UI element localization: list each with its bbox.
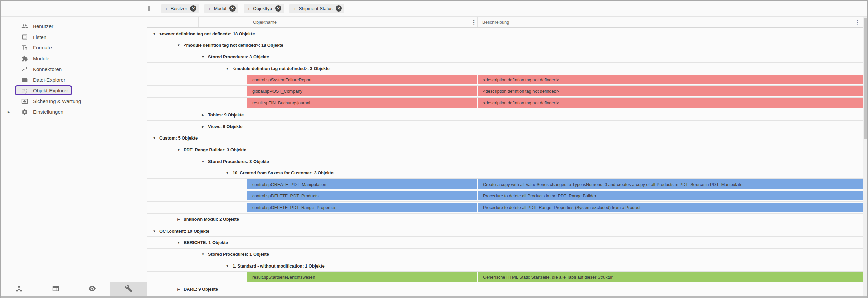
triangle-down-icon[interactable]: ▼ xyxy=(176,43,181,47)
remove-chip-icon[interactable]: ✕ xyxy=(229,5,236,12)
triangle-right-icon[interactable]: ▶ xyxy=(176,217,181,221)
sidebar-item-objekt-explorer[interactable]: Objekt-Explorer xyxy=(1,85,147,96)
tree-group-row[interactable]: ▶Tables: 9 Objekte xyxy=(147,109,867,121)
triangle-right-icon[interactable]: ▶ xyxy=(176,287,181,291)
tree-group-row[interactable]: ▼10. Created from Saxess for Customer: 3… xyxy=(147,167,867,179)
filter-chip-shipment-status[interactable]: ↑Shipment-Status✕ xyxy=(289,4,344,13)
sort-ascending-icon: ↑ xyxy=(248,6,250,11)
triangle-down-icon[interactable]: ▼ xyxy=(152,229,157,233)
triangle-down-icon[interactable]: ▼ xyxy=(176,148,181,151)
sidebar-item-listen[interactable]: Listen xyxy=(1,32,147,43)
gear-icon xyxy=(21,109,28,115)
sidebar-item-label: Datei-Explorer xyxy=(33,77,65,83)
window-bottom-edge xyxy=(1,296,867,298)
beschreibung-cell[interactable]: Procedure to delete all Products in the … xyxy=(478,191,863,200)
footer-tool-eye-icon[interactable] xyxy=(74,282,110,296)
sidebar-item-module[interactable]: Module xyxy=(1,53,147,64)
footer-tool-wrench-icon[interactable] xyxy=(110,282,147,296)
object-row[interactable]: result.spFIN_Buchungsjournal<description… xyxy=(147,98,867,109)
triangle-down-icon[interactable]: ▼ xyxy=(201,55,205,59)
chevron-right-icon[interactable]: ▶ xyxy=(8,110,10,114)
beschreibung-cell[interactable]: <description defintion tag not definded> xyxy=(478,98,863,108)
sidebar-item-formate[interactable]: Formate xyxy=(1,42,147,53)
grid-icon xyxy=(21,87,28,94)
triangle-down-icon[interactable]: ▼ xyxy=(225,66,230,70)
object-row[interactable]: control.spDELETE_PDT_Range_PropertiesPro… xyxy=(147,202,867,213)
tree-group-row[interactable]: ▶unknown Modul: 2 Objekte xyxy=(147,214,867,225)
objektname-cell[interactable]: result.spStartseiteBerichtswesen xyxy=(247,272,477,282)
beschreibung-cell[interactable]: Procedure to delete all PDT_Range_Proper… xyxy=(478,203,863,212)
sidebar-item-label: Listen xyxy=(33,34,46,40)
objektname-cell[interactable]: control.spDELETE_PDT_Products xyxy=(247,191,477,200)
tree-group-row[interactable]: ▼PDT_Range Builder: 3 Objekte xyxy=(147,144,867,155)
filter-chip-besitzer[interactable]: ↑Besitzer✕ xyxy=(161,4,199,13)
tree-group-row[interactable]: ▶Views: 6 Objekte xyxy=(147,121,867,132)
triangle-down-icon[interactable]: ▼ xyxy=(225,171,230,175)
objektname-cell[interactable]: global.spPOST_Company xyxy=(247,86,477,96)
triangle-down-icon[interactable]: ▼ xyxy=(176,240,181,244)
chip-label: Modul xyxy=(214,6,226,11)
tree-group-row[interactable]: ▼BERICHTE: 1 Objekte xyxy=(147,237,867,248)
scrollbar-thumb[interactable] xyxy=(864,18,867,139)
object-row[interactable]: control.spCREATE_PDT_ManipulationCreate … xyxy=(147,179,867,190)
list-icon xyxy=(21,34,28,40)
group-label: DARL: 9 Objekte xyxy=(184,286,218,292)
beschreibung-cell[interactable]: <description defintion tag not definded> xyxy=(478,86,863,96)
column-header-objektname[interactable]: Objektname ⋮ xyxy=(247,17,478,27)
tree-group-row[interactable]: ▼<owner definition tag not defined>: 18 … xyxy=(147,28,867,39)
group-label: Custom: 5 Objekte xyxy=(159,135,198,141)
object-row[interactable]: control.spDELETE_PDT_ProductsProcedure t… xyxy=(147,190,867,202)
tree-group-row[interactable]: ▼Stored Procedures: 3 Objekte xyxy=(147,155,867,167)
tree-group-row[interactable]: ▼OCT.content: 10 Objekte xyxy=(147,225,867,237)
objektname-cell[interactable]: control.spSystemFailureReport xyxy=(247,75,477,84)
triangle-down-icon[interactable]: ▼ xyxy=(225,264,230,268)
objektname-cell[interactable]: control.spCREATE_PDT_Manipulation xyxy=(247,179,477,189)
triangle-down-icon[interactable]: ▼ xyxy=(201,252,205,256)
tree-group-row[interactable]: ▼Stored Procedures: 1 Objekte xyxy=(147,249,867,260)
remove-chip-icon[interactable]: ✕ xyxy=(275,5,281,12)
tree-group-row[interactable]: ▼Custom: 5 Objekte xyxy=(147,132,867,144)
tree-group-row[interactable]: ▼1. Standard - without modification: 1 O… xyxy=(147,260,867,272)
tree-indent-column xyxy=(147,17,174,27)
triangle-down-icon[interactable]: ▼ xyxy=(152,31,157,35)
column-menu-icon[interactable]: ⋮ xyxy=(855,19,860,25)
beschreibung-cell[interactable]: Create a copy with all ValueSeries chang… xyxy=(478,179,863,189)
beschreibung-cell[interactable]: Generische HTML Static Startseite, die a… xyxy=(478,272,863,282)
column-menu-icon[interactable]: ⋮ xyxy=(471,19,476,25)
tree-group-row[interactable]: ▼<module defintion tag not definded>: 3 … xyxy=(147,63,867,74)
sidebar-item-sicherung-wartung[interactable]: Sicherung & Wartung xyxy=(1,96,147,107)
tree-group-row[interactable]: ▶DARL: 9 Objekte xyxy=(147,283,867,295)
sidebar-item-benutzer[interactable]: Benutzer xyxy=(1,21,147,32)
sidebar-item-datei-explorer[interactable]: Datei-Explorer xyxy=(1,74,147,85)
object-row[interactable]: control.spSystemFailureReport<descriptio… xyxy=(147,74,867,86)
triangle-right-icon[interactable]: ▶ xyxy=(201,125,205,128)
object-tree-table: ▼<owner definition tag not defined>: 18 … xyxy=(147,28,867,296)
object-row[interactable]: global.spPOST_Company<description defint… xyxy=(147,86,867,97)
column-header-beschreibung[interactable]: Beschreibung ⋮ xyxy=(478,17,867,27)
remove-chip-icon[interactable]: ✕ xyxy=(336,5,342,12)
group-label: 1. Standard - without modification: 1 Ob… xyxy=(233,263,325,268)
tree-group-row[interactable]: ▼<module defintion tag not definded>: 18… xyxy=(147,39,867,51)
sidebar-item-label: Module xyxy=(33,56,49,61)
sidebar-item-konnektoren[interactable]: Konnektoren xyxy=(1,64,147,74)
filter-chip-modul[interactable]: ↑Modul✕ xyxy=(204,4,238,13)
group-label: Stored Procedures: 3 Objekte xyxy=(208,158,269,164)
objektname-cell[interactable]: result.spFIN_Buchungsjournal xyxy=(247,98,477,108)
footer-tool-hierarchy-icon[interactable] xyxy=(1,282,37,296)
panel-resize-handle[interactable] xyxy=(148,6,150,11)
triangle-down-icon[interactable]: ▼ xyxy=(201,159,205,163)
footer-tool-layout-icon[interactable] xyxy=(37,282,74,296)
triangle-down-icon[interactable]: ▼ xyxy=(152,136,157,140)
group-label: Tables: 9 Objekte xyxy=(208,112,244,117)
remove-chip-icon[interactable]: ✕ xyxy=(190,5,196,12)
beschreibung-cell[interactable]: <description defintion tag not definded> xyxy=(478,75,863,84)
filter-chip-objekttyp[interactable]: ↑Objekttyp✕ xyxy=(244,4,284,13)
tree-group-row[interactable]: ▼Stored Procedures: 3 Objekte xyxy=(147,51,867,63)
object-row[interactable]: result.spStartseiteBerichtswesenGenerisc… xyxy=(147,272,867,283)
folder-icon xyxy=(21,77,28,83)
triangle-right-icon[interactable]: ▶ xyxy=(201,113,205,116)
objektname-cell[interactable]: control.spDELETE_PDT_Range_Properties xyxy=(247,203,477,212)
chip-label: Besitzer xyxy=(171,6,187,11)
vertical-scrollbar[interactable] xyxy=(863,17,867,296)
sidebar-item-einstellungen[interactable]: ▶Einstellungen xyxy=(1,107,147,118)
